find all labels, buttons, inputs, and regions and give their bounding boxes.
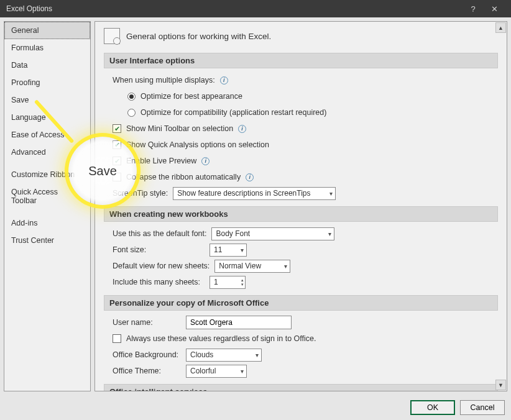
checkbox-always-use[interactable]: [113, 334, 121, 343]
default-font-dropdown[interactable]: Body Font: [211, 227, 334, 240]
help-button[interactable]: ?: [463, 4, 484, 14]
scroll-up-icon[interactable]: ▲: [495, 22, 506, 33]
sidebar-item-quick-access-toolbar[interactable]: Quick Access Toolbar: [4, 183, 90, 209]
default-font-label: Use this as the default font:: [113, 229, 206, 238]
radio-optimize-compat[interactable]: [127, 109, 136, 117]
cancel-button[interactable]: Cancel: [460, 400, 505, 415]
radio-optimize-best[interactable]: [127, 93, 136, 101]
general-options-icon: [104, 28, 120, 44]
dialog-footer: OK Cancel: [0, 395, 511, 420]
sidebar-item-add-ins[interactable]: Add-ins: [4, 214, 90, 232]
user-name-input[interactable]: [186, 316, 292, 329]
section-personalize: Personalize your copy of Microsoft Offic…: [104, 295, 498, 311]
title-bar: Excel Options ? ✕: [0, 0, 511, 17]
info-icon[interactable]: [220, 76, 228, 84]
sidebar-item-customize-ribbon[interactable]: Customize Ribbon: [4, 166, 90, 183]
screentip-dropdown[interactable]: Show feature descriptions in ScreenTips: [173, 187, 336, 200]
checkbox-live-preview[interactable]: [113, 157, 121, 165]
sidebar-item-save[interactable]: Save: [4, 91, 90, 109]
section-intelligent-services: Office intelligent services: [104, 384, 498, 391]
font-size-label: Font size:: [113, 245, 205, 254]
sidebar-item-proofing[interactable]: Proofing: [4, 74, 90, 91]
sidebar-item-trust-center[interactable]: Trust Center: [4, 232, 90, 249]
multi-display-label: When using multiple displays:: [113, 76, 215, 84]
sheets-count-label: Include this many sheets:: [113, 278, 205, 286]
office-bg-dropdown[interactable]: Clouds: [186, 349, 262, 362]
sheets-count-spinner[interactable]: 1: [209, 276, 246, 289]
info-icon[interactable]: [238, 125, 246, 133]
office-bg-label: Office Background:: [113, 350, 181, 359]
sidebar-item-general[interactable]: General: [4, 22, 90, 39]
sidebar: General Formulas Data Proofing Save Lang…: [4, 21, 91, 391]
ok-button[interactable]: OK: [410, 400, 455, 415]
window-title: Excel Options: [6, 4, 52, 13]
checkbox-mini-toolbar[interactable]: [113, 124, 121, 133]
office-theme-dropdown[interactable]: Colorful: [186, 365, 247, 378]
sidebar-item-advanced[interactable]: Advanced: [4, 144, 90, 161]
user-name-label: User name:: [113, 318, 181, 327]
close-button[interactable]: ✕: [484, 4, 505, 14]
page-heading: General options for working with Excel.: [126, 32, 271, 41]
sidebar-item-data[interactable]: Data: [4, 57, 90, 74]
sidebar-item-ease-of-access[interactable]: Ease of Access: [4, 126, 90, 144]
office-theme-label: Office Theme:: [113, 367, 181, 375]
scroll-down-icon[interactable]: ▼: [495, 380, 506, 390]
checkbox-collapse-ribbon[interactable]: [113, 173, 121, 181]
checkbox-quick-analysis[interactable]: [113, 140, 121, 149]
section-new-workbooks: When creating new workbooks: [104, 206, 498, 222]
default-view-dropdown[interactable]: Normal View: [214, 260, 290, 273]
default-view-label: Default view for new sheets:: [113, 262, 209, 270]
sidebar-item-language[interactable]: Language: [4, 109, 90, 126]
font-size-dropdown[interactable]: 11: [209, 244, 247, 257]
info-icon[interactable]: [201, 157, 209, 165]
content-panel: ▲ ▼ General options for working with Exc…: [94, 21, 507, 391]
section-ui-options: User Interface options: [104, 53, 498, 68]
screentip-label: ScreenTip style:: [113, 189, 168, 198]
info-icon[interactable]: [246, 173, 254, 181]
sidebar-item-formulas[interactable]: Formulas: [4, 39, 90, 57]
